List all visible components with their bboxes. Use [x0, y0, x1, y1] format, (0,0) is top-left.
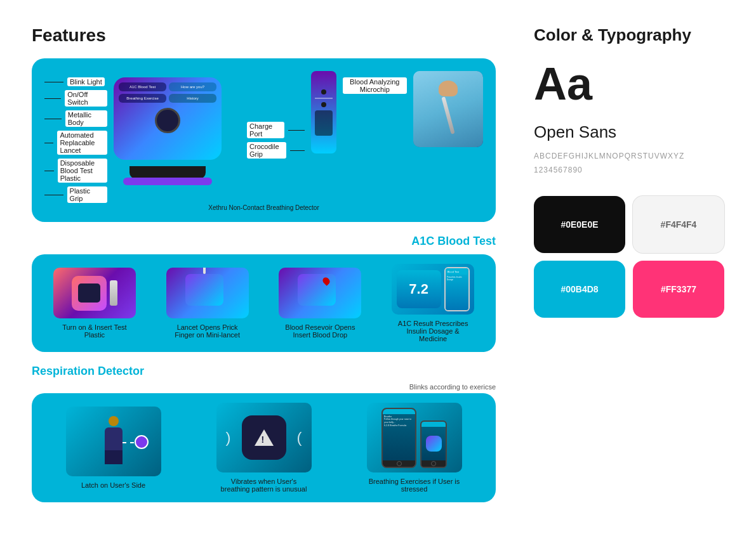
annotation-text: Metallic Body — [65, 110, 107, 127]
annotation-text: Disposable Blood Test Plastic — [58, 159, 107, 183]
mini-device-3 — [298, 274, 336, 306]
resp-image-3: BreatheFollow through your nose toyour b… — [367, 403, 462, 472]
lancet-photo — [413, 71, 483, 147]
xethru-label: Xethru Non-Contact Breathing Detector — [206, 201, 322, 212]
color-swatches: #0E0E0E #F4F4F4 #00B4D8 #FF3377 — [534, 196, 724, 318]
swatch-light-label: #F4F4F4 — [661, 219, 697, 230]
ph-home-2 — [421, 460, 446, 467]
test-strip-1 — [110, 280, 117, 306]
ps-leg-l — [105, 450, 114, 464]
resp-item-2: ) ( Vibrates when User's breathing patte… — [216, 403, 312, 493]
annotation-text: Automated Replacable Lancet — [57, 131, 107, 155]
resp-item-1: Latch on User's Side — [66, 407, 161, 489]
ph-home-btn-2 — [431, 461, 436, 466]
swatch-light: #F4F4F4 — [633, 196, 724, 253]
device-screen-row-2: Breathing Exercise History — [119, 94, 216, 103]
annotation-line — [44, 82, 63, 82]
annotation-disposable: Disposable Blood Test Plastic — [44, 159, 107, 183]
result-display: 7.2 — [397, 270, 441, 308]
step-4-wrap: 7.2 Blood Test Prescribes Insulin Dosage — [392, 264, 474, 315]
wave-left: ) — [226, 429, 231, 446]
resp-item-3: BreatheFollow through your nose toyour b… — [367, 403, 462, 493]
blood-drop — [322, 276, 332, 286]
alphabet-upper: ABCDEFGHIJKLMNOPQRSTUVWXYZ — [534, 150, 724, 164]
device-body: A1C Blood Test How are you? Breathing Ex… — [114, 77, 222, 160]
left-annotations: Blink Light On/Off Switch Metallic Body … — [44, 71, 107, 209]
blinks-note: Blinks according to exericse — [32, 383, 496, 391]
annotation-croc-text: Crocodile Grip — [247, 142, 286, 159]
swatch-cyan: #00B4D8 — [534, 261, 625, 318]
side-device — [311, 71, 336, 153]
step-item-4: 7.2 Blood Test Prescribes Insulin Dosage — [392, 264, 474, 342]
main-layout: Features Blink Light On/Off Switch — [32, 25, 724, 502]
annotation-line — [44, 171, 54, 171]
person-silhouette — [101, 416, 126, 467]
right-panel: Color & Typography Aa Open Sans ABCDEFGH… — [534, 25, 724, 502]
resp-image-2: ) ( — [216, 403, 312, 472]
annotation-text: Blink Light — [67, 77, 105, 86]
annotation-switch: On/Off Switch — [44, 90, 107, 107]
device-btn-a1c: A1C Blood Test — [119, 82, 166, 91]
ps-head — [109, 416, 119, 426]
blood-analyzing-text: Blood Analyzing Microchip — [343, 77, 407, 94]
steps-container: Turn on & Insert Test Plastic Lancet Ope… — [32, 254, 496, 352]
device-speaker — [155, 108, 180, 133]
respiration-section: Respiration Detector Blinks according to… — [32, 365, 496, 502]
step-3-wrap — [298, 274, 342, 312]
resp-image-1 — [66, 407, 161, 476]
mini-glucometer-1 — [72, 276, 107, 311]
side-dot-2 — [321, 102, 326, 107]
annotation-metal: Metallic Body — [44, 110, 107, 127]
step-label-2: Lancet Opens Prick Finger on Mini-lancet — [166, 323, 249, 339]
swatch-pink-label: #FF3377 — [661, 284, 696, 294]
annotation-line — [44, 119, 62, 119]
right-annotations: Charge Port Crocodile Grip — [247, 71, 304, 209]
step-item-1: Turn on & Insert Test Plastic — [53, 268, 136, 339]
dotted-line — [123, 442, 134, 443]
ps-leg-r — [114, 450, 123, 464]
annotation-text: Plastic Grip — [67, 186, 107, 203]
phone-header: Blood Test — [447, 270, 467, 275]
ps-pants — [105, 450, 123, 464]
phone-body: Prescribes Insulin Dosage — [447, 276, 467, 281]
annotation-text: On/Off Switch — [65, 90, 107, 107]
ph-content-2 — [421, 427, 446, 460]
feature-diagram: Blink Light On/Off Switch Metallic Body … — [32, 58, 496, 222]
annotation-line — [44, 98, 61, 99]
ps-suit — [105, 427, 123, 450]
hand-lancet-illustration — [413, 71, 483, 147]
finger-shape — [439, 81, 458, 96]
color-typography-title: Color & Typography — [534, 25, 724, 45]
device-base — [123, 178, 212, 185]
ph-content: BreatheFollow through your nose toyour b… — [383, 414, 415, 460]
annotation-charge-text: Charge Port — [247, 122, 284, 138]
step-item-2: Lancet Opens Prick Finger on Mini-lancet — [166, 268, 249, 339]
mini-gluco-screen — [78, 283, 100, 303]
blood-analyzing-wrap: Blood Analyzing Microchip — [343, 71, 407, 209]
step-label-1: Turn on & Insert Test Plastic — [53, 323, 136, 339]
step-image-1 — [53, 268, 136, 318]
diagram-content: Blink Light On/Off Switch Metallic Body … — [44, 71, 483, 209]
annotation-grip: Plastic Grip — [44, 186, 107, 203]
annotation-blink: Blink Light — [44, 77, 107, 86]
device-btn-how: How are you? — [169, 82, 216, 91]
phone-screen-content: Blood Test Prescribes Insulin Dosage — [446, 268, 468, 310]
swatch-cyan-label: #00B4D8 — [560, 284, 598, 294]
side-device-circle — [135, 435, 149, 449]
device-btn-breathing: Breathing Exercise — [119, 94, 166, 103]
swatch-black: #0E0E0E — [534, 196, 625, 253]
step-image-3 — [279, 268, 361, 318]
phone-large: BreatheFollow through your nose toyour b… — [381, 408, 416, 468]
step-label-4: A1C Result Prescribes Insulin Dosage & M… — [392, 320, 474, 342]
annotation-charge: Charge Port — [247, 122, 304, 138]
font-sample: Aa — [534, 58, 724, 110]
ph-home — [383, 460, 415, 467]
respiration-container: Latch on User's Side ) ( — [32, 393, 496, 502]
phone-screens: BreatheFollow through your nose toyour b… — [381, 408, 447, 468]
alert-triangle — [255, 429, 274, 446]
device-small-icon — [426, 436, 442, 452]
ph-status-2 — [421, 422, 446, 427]
phone-small — [420, 420, 447, 468]
step-2-wrap — [185, 274, 230, 312]
ph-status — [383, 409, 415, 414]
